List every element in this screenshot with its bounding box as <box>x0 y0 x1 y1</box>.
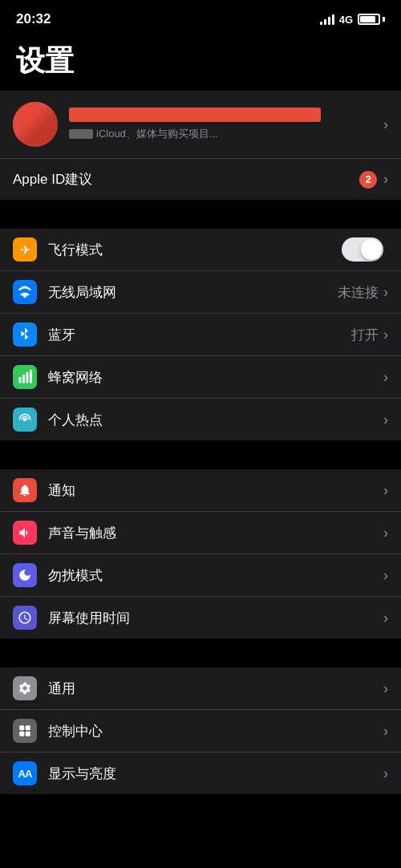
svg-rect-0 <box>19 377 22 383</box>
general-icon <box>13 676 37 700</box>
notifications-chevron-icon: › <box>383 482 388 499</box>
network-type: 4G <box>339 14 353 26</box>
profile-sub: iCloud、媒体与购买项目... <box>69 127 383 141</box>
svg-rect-5 <box>19 725 24 730</box>
screentime-icon <box>13 606 37 630</box>
apple-id-suggestion-row[interactable]: Apple ID建议 2 › <box>0 158 401 200</box>
controlcenter-row[interactable]: 控制中心 › <box>0 710 401 752</box>
profile-section: iCloud、媒体与购买项目... › Apple ID建议 2 › <box>0 91 401 200</box>
status-bar: 20:32 4G <box>0 0 401 35</box>
cellular-chevron-icon: › <box>383 369 388 386</box>
general-group: 通用 › 控制中心 › AA 显示与亮度 › <box>0 667 401 794</box>
status-icons: 4G <box>320 14 385 26</box>
apple-suggestion-label: Apple ID建议 <box>13 170 359 189</box>
hotspot-label: 个人热点 <box>48 411 383 429</box>
section-gap-3 <box>0 645 401 667</box>
controlcenter-chevron-icon: › <box>383 723 388 740</box>
airplane-toggle[interactable] <box>342 237 383 262</box>
dnd-row[interactable]: 勿扰模式 › <box>0 554 401 597</box>
battery-icon <box>358 14 385 25</box>
hotspot-icon <box>13 408 37 432</box>
profile-name <box>69 107 321 122</box>
general-section: 通用 › 控制中心 › AA 显示与亮度 › <box>0 667 401 794</box>
bluetooth-value: 打开 <box>351 326 379 344</box>
connectivity-section: ✈ 飞行模式 无线局域网 未连接 › 蓝牙 <box>0 229 401 440</box>
profile-chevron-icon: › <box>383 116 388 133</box>
screentime-chevron-icon: › <box>383 610 388 627</box>
general-chevron-icon: › <box>383 680 388 697</box>
general-row[interactable]: 通用 › <box>0 667 401 710</box>
svg-rect-6 <box>26 725 30 730</box>
airplane-icon: ✈ <box>13 237 37 262</box>
airplane-mode-label: 飞行模式 <box>48 241 342 259</box>
bluetooth-chevron-icon: › <box>383 327 388 343</box>
airplane-mode-row[interactable]: ✈ 飞行模式 <box>0 229 401 271</box>
dnd-chevron-icon: › <box>383 567 388 584</box>
display-chevron-icon: › <box>383 765 388 782</box>
dnd-label: 勿扰模式 <box>48 566 383 585</box>
svg-rect-1 <box>22 375 25 383</box>
svg-point-4 <box>23 418 27 422</box>
notifications-row[interactable]: 通知 › <box>0 469 401 512</box>
sounds-label: 声音与触感 <box>48 524 383 542</box>
svg-rect-3 <box>30 370 32 383</box>
apple-suggestion-chevron-icon: › <box>383 171 388 188</box>
controlcenter-icon <box>13 719 37 743</box>
wifi-chevron-icon: › <box>383 284 388 301</box>
avatar <box>13 102 58 147</box>
airplane-toggle-knob <box>361 239 382 260</box>
sounds-icon <box>13 521 37 545</box>
page-title: 设置 <box>0 35 401 91</box>
wifi-icon <box>13 280 37 304</box>
hotspot-chevron-icon: › <box>383 412 388 428</box>
bluetooth-row[interactable]: 蓝牙 打开 › <box>0 314 401 356</box>
dnd-icon <box>13 563 37 587</box>
bluetooth-icon <box>13 322 37 347</box>
display-row[interactable]: AA 显示与亮度 › <box>0 752 401 794</box>
sounds-row[interactable]: 声音与触感 › <box>0 512 401 554</box>
notifications-icon <box>13 478 37 502</box>
wifi-label: 无线局域网 <box>48 283 338 302</box>
display-label: 显示与亮度 <box>48 765 383 783</box>
svg-rect-2 <box>26 372 29 383</box>
controlcenter-label: 控制中心 <box>48 722 383 740</box>
bluetooth-label: 蓝牙 <box>48 326 351 344</box>
section-gap-1 <box>0 206 401 229</box>
cellular-row[interactable]: 蜂窝网络 › <box>0 356 401 399</box>
svg-rect-7 <box>19 732 24 736</box>
display-icon: AA <box>13 761 37 785</box>
cellular-label: 蜂窝网络 <box>48 368 383 387</box>
profile-info: iCloud、媒体与购买项目... <box>69 107 383 141</box>
notifications-label: 通知 <box>48 481 383 500</box>
notifications-section: 通知 › 声音与触感 › 勿扰模式 › <box>0 469 401 639</box>
wifi-value: 未连接 <box>338 283 379 302</box>
hotspot-row[interactable]: 个人热点 › <box>0 399 401 440</box>
general-label: 通用 <box>48 679 383 698</box>
screentime-label: 屏幕使用时间 <box>48 609 383 627</box>
sounds-chevron-icon: › <box>383 525 388 541</box>
wifi-row[interactable]: 无线局域网 未连接 › <box>0 271 401 314</box>
section-gap-2 <box>0 447 401 469</box>
cellular-icon <box>13 365 37 389</box>
profile-row[interactable]: iCloud、媒体与购买项目... › <box>0 91 401 158</box>
connectivity-group: ✈ 飞行模式 无线局域网 未连接 › 蓝牙 <box>0 229 401 440</box>
status-time: 20:32 <box>16 11 51 27</box>
svg-rect-8 <box>26 732 30 736</box>
signal-bars-icon <box>320 14 334 25</box>
notifications-group: 通知 › 声音与触感 › 勿扰模式 › <box>0 469 401 639</box>
screentime-row[interactable]: 屏幕使用时间 › <box>0 597 401 639</box>
apple-suggestion-badge: 2 <box>359 171 377 189</box>
